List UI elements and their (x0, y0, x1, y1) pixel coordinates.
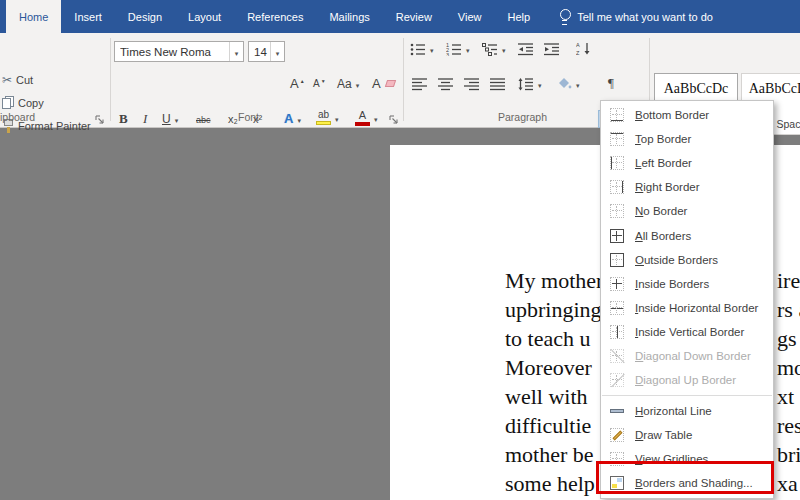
subscript-button[interactable]: x₂ (228, 113, 238, 125)
paragraph-group-label: Paragraph (498, 111, 547, 123)
cut-button[interactable]: ✂ Cut (2, 74, 33, 86)
inside-vertical-border-icon (610, 325, 624, 339)
align-right-button[interactable] (464, 77, 480, 91)
decrease-indent-icon (518, 42, 534, 56)
increase-indent-button[interactable] (544, 42, 560, 56)
tab-review[interactable]: Review (383, 0, 445, 33)
highlight-icon: ab (318, 110, 329, 120)
tab-mailings[interactable]: Mailings (316, 0, 382, 33)
align-left-button[interactable] (412, 77, 428, 91)
bullets-icon (410, 42, 426, 56)
copy-icon (2, 96, 14, 109)
document-text-line: My motherire (505, 268, 603, 294)
menu-item-diagonal-down-border: Diagonal Down Border (601, 344, 773, 368)
font-name-combo[interactable]: Times New Roma (114, 41, 244, 62)
change-case-arrow-icon (356, 78, 360, 90)
font-dialog-launcher[interactable] (388, 112, 400, 124)
font-size-combo[interactable]: 14 (248, 41, 285, 62)
font-group-label: Font (238, 111, 259, 123)
line-spacing-icon (518, 77, 534, 91)
menu-item-all-borders[interactable]: All Borders (601, 223, 773, 247)
group-separator (403, 38, 404, 121)
tab-home[interactable]: Home (6, 0, 61, 33)
font-color-arrow-icon[interactable] (374, 112, 378, 124)
menu-item-inside-horizontal-border[interactable]: Inside Horizontal Border (601, 296, 773, 320)
tab-view[interactable]: View (445, 0, 495, 33)
change-case-button[interactable]: Aa (337, 77, 359, 91)
change-case-icon: Aa (337, 77, 352, 91)
menu-item-no-border[interactable]: No Border (601, 199, 773, 223)
menu-item-horizontal-line[interactable]: Horizontal Line (601, 399, 773, 423)
shading-icon (556, 77, 572, 90)
sort-button[interactable]: AZ (576, 41, 591, 56)
font-color-icon: A (359, 110, 366, 121)
numbering-arrow-icon[interactable] (466, 43, 470, 55)
bottom-border-icon (610, 108, 624, 122)
numbering-icon: 123 (446, 42, 462, 56)
menu-item-draw-table[interactable]: Draw Table (601, 423, 773, 447)
pilcrow-icon: ¶ (608, 75, 614, 91)
shading-button[interactable] (556, 77, 580, 90)
draw-table-icon (610, 428, 624, 442)
tab-layout[interactable]: Layout (175, 0, 234, 33)
clear-formatting-button[interactable]: A (372, 76, 395, 91)
shading-arrow-icon[interactable] (576, 78, 580, 90)
multilevel-arrow-icon[interactable] (502, 43, 506, 55)
justify-button[interactable] (490, 77, 506, 91)
align-center-button[interactable] (438, 77, 454, 91)
underline-icon: U (162, 112, 171, 126)
numbering-button[interactable]: 123 (446, 42, 470, 56)
font-name-dropdown-arrow-icon[interactable] (229, 42, 243, 61)
highlight-color-bar (316, 121, 331, 125)
tab-help[interactable]: Help (495, 0, 544, 33)
align-left-icon (412, 77, 428, 91)
document-text-line: to teach ugs v (505, 326, 591, 352)
copy-button[interactable]: Copy (2, 96, 44, 109)
underline-arrow-icon[interactable] (175, 113, 179, 125)
decrease-indent-button[interactable] (518, 42, 534, 56)
font-color-button[interactable]: A (355, 110, 378, 126)
red-highlight-box (596, 461, 774, 494)
tab-insert[interactable]: Insert (61, 0, 115, 33)
shrink-font-button[interactable]: A (313, 78, 326, 89)
menu-item-inside-vertical-border[interactable]: Inside Vertical Border (601, 320, 773, 344)
text-highlight-button[interactable]: ab (316, 110, 339, 125)
subscript-icon: x₂ (228, 113, 238, 125)
bold-button[interactable]: B (119, 111, 128, 127)
text-effects-icon: A (284, 111, 293, 126)
tab-references[interactable]: References (234, 0, 316, 33)
highlight-arrow-icon[interactable] (335, 112, 339, 124)
text-effects-arrow-icon[interactable] (297, 113, 301, 125)
grow-font-icon: A (290, 76, 305, 91)
document-text-line: Moreovermo (505, 355, 592, 381)
menu-item-left-border[interactable]: Left Border (601, 151, 773, 175)
document-text-line: well withxt (505, 384, 588, 410)
show-hide-paragraph-button[interactable]: ¶ (608, 75, 614, 91)
menu-item-inside-borders[interactable]: Inside Borders (601, 272, 773, 296)
text-effects-button[interactable]: A (284, 111, 301, 126)
grow-font-button[interactable]: A (290, 76, 305, 91)
bullets-arrow-icon[interactable] (430, 43, 434, 55)
document-text-line: some helpxa (505, 471, 595, 497)
tell-me-box[interactable]: Tell me what you want to do (559, 0, 713, 33)
no-border-icon (610, 204, 624, 218)
svg-text:3: 3 (446, 52, 449, 57)
multilevel-list-button[interactable] (482, 42, 506, 56)
align-right-icon (464, 77, 480, 91)
bullets-button[interactable] (410, 42, 434, 56)
menu-item-outside-borders[interactable]: Outside Borders (601, 248, 773, 272)
word-window: Home Insert Design Layout References Mai… (0, 0, 800, 500)
line-spacing-arrow-icon[interactable] (538, 78, 542, 90)
clipboard-dialog-launcher[interactable] (94, 112, 106, 124)
italic-button[interactable]: I (143, 111, 147, 127)
strikethrough-button[interactable]: abc (196, 115, 211, 125)
font-size-dropdown-arrow-icon[interactable] (270, 42, 284, 61)
tab-design[interactable]: Design (115, 0, 175, 33)
all-borders-icon (610, 229, 624, 243)
underline-button[interactable]: U (162, 112, 178, 126)
menu-item-right-border[interactable]: Right Border (601, 175, 773, 199)
menu-item-bottom-border[interactable]: Bottom Border (601, 103, 773, 127)
line-spacing-button[interactable] (518, 77, 542, 91)
clear-formatting-icon: A (372, 76, 381, 91)
menu-item-top-border[interactable]: Top Border (601, 127, 773, 151)
